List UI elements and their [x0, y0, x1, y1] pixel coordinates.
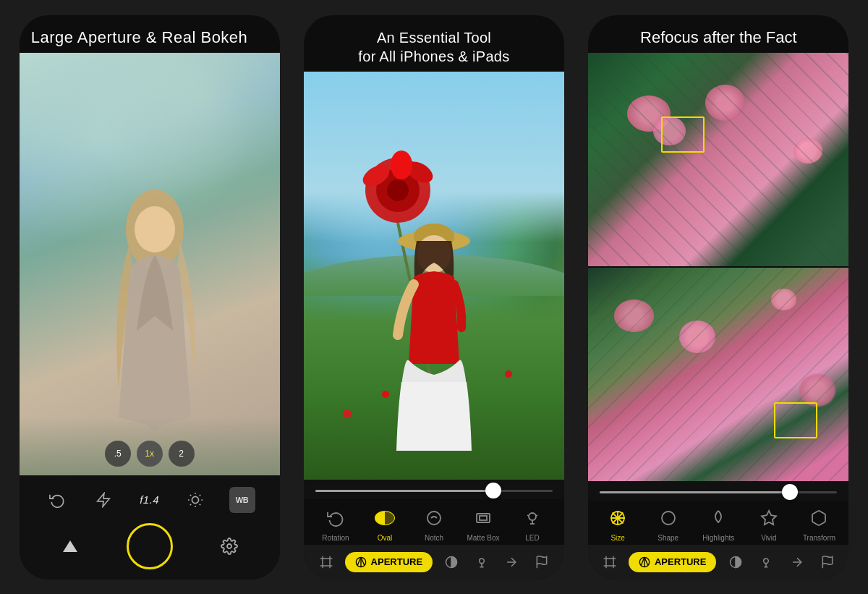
- screen3-slider-area: [588, 481, 848, 501]
- settings-btn[interactable]: [213, 530, 245, 562]
- screen2-photo: [304, 72, 564, 480]
- notch-icon: [421, 505, 447, 531]
- svg-line-6: [190, 494, 191, 495]
- zoom-05-btn[interactable]: .5: [105, 441, 131, 467]
- shape-icon: [655, 505, 681, 531]
- matte-box-icon: [470, 505, 496, 531]
- crop-icon-3[interactable]: [598, 551, 621, 574]
- arrow-icon-3[interactable]: [786, 551, 809, 574]
- crop-icon[interactable]: [315, 551, 338, 574]
- tool-notch[interactable]: Notch: [416, 505, 452, 542]
- rotate-icon[interactable]: [44, 487, 70, 513]
- svg-rect-25: [480, 516, 487, 520]
- screen2-slider-thumb[interactable]: [485, 483, 501, 498]
- flag-icon-3[interactable]: [816, 551, 839, 574]
- aperture-button-3[interactable]: APERTURE: [629, 552, 717, 572]
- screen2-slider-track[interactable]: [315, 490, 553, 492]
- controls-row2: [20, 517, 280, 577]
- exposure-icon[interactable]: [182, 487, 208, 513]
- contrast-icon-3[interactable]: [724, 551, 747, 574]
- tool-transform[interactable]: Transform: [801, 505, 837, 542]
- svg-point-32: [479, 559, 484, 564]
- svg-line-10: [190, 504, 191, 504]
- photo-top: [588, 53, 848, 266]
- transform-icon: [806, 505, 832, 531]
- svg-line-7: [200, 504, 200, 504]
- svg-line-11: [200, 494, 200, 495]
- aperture-button[interactable]: APERTURE: [345, 552, 433, 572]
- zoom-2x-btn[interactable]: 2: [169, 441, 195, 467]
- size-icon: [605, 505, 631, 531]
- app-showcase: Large Aperture & Real Bokeh: [0, 0, 868, 594]
- tool-vivid[interactable]: Vivid: [751, 505, 787, 542]
- vivid-icon: [756, 505, 782, 531]
- screen3-bottom-bar: APERTURE: [588, 545, 848, 580]
- highlights-icon: [705, 505, 731, 531]
- screen-2-essential-tool: An Essential Tool for All iPhones & iPad…: [304, 15, 564, 580]
- screen3-photos: [588, 53, 848, 481]
- svg-rect-24: [477, 514, 490, 522]
- svg-point-40: [662, 512, 675, 525]
- tool-matte-box[interactable]: Matte Box: [465, 505, 501, 542]
- wb-icon[interactable]: WB: [229, 487, 255, 513]
- screen3-title: Refocus after the Fact: [588, 15, 848, 53]
- svg-point-26: [529, 513, 536, 520]
- svg-point-18: [391, 150, 412, 179]
- screen1-photo: .5 1x 2: [20, 53, 280, 475]
- focus-box-top: [661, 116, 705, 153]
- screen1-controls: f1.4: [20, 475, 280, 580]
- screen2-title: An Essential Tool for All iPhones & iPad…: [304, 15, 564, 72]
- aperture-value-icon[interactable]: f1.4: [137, 487, 162, 513]
- zoom-1x-btn[interactable]: 1x: [137, 441, 163, 467]
- woman-figure-2: [362, 147, 506, 480]
- svg-point-3: [192, 496, 199, 503]
- flash-icon[interactable]: [90, 487, 116, 513]
- screen3-slider-thumb[interactable]: [782, 484, 798, 500]
- screen-3-refocus: Refocus after the Fact: [588, 15, 848, 580]
- rotation-icon: [323, 505, 349, 531]
- svg-point-47: [764, 559, 769, 564]
- controls-row1: f1.4: [20, 483, 280, 517]
- screen2-bottom-bar: APERTURE: [304, 545, 564, 580]
- svg-marker-41: [762, 511, 776, 525]
- tool-size[interactable]: Size: [600, 505, 636, 542]
- light-icon[interactable]: [470, 551, 493, 574]
- screen2-slider-area: [304, 480, 564, 499]
- tool-highlights[interactable]: Highlights: [700, 505, 736, 542]
- screen3-tools-row: Size Shape Highlights: [588, 501, 848, 545]
- zoom-controls: .5 1x 2: [105, 441, 195, 467]
- oval-icon: [372, 505, 398, 531]
- led-icon: [519, 505, 545, 531]
- svg-point-15: [387, 179, 409, 201]
- tool-led[interactable]: LED: [514, 505, 550, 542]
- contrast-icon[interactable]: [440, 551, 463, 574]
- photo-bottom: [588, 268, 848, 481]
- screen-1-large-aperture: Large Aperture & Real Bokeh: [20, 15, 280, 580]
- shutter-button[interactable]: [127, 523, 173, 569]
- tool-rotation[interactable]: Rotation: [318, 505, 354, 542]
- arrow-icon[interactable]: [500, 551, 523, 574]
- svg-point-1: [135, 206, 175, 253]
- screen1-title: Large Aperture & Real Bokeh: [20, 15, 280, 53]
- flag-icon[interactable]: [530, 551, 553, 574]
- svg-point-12: [227, 544, 231, 548]
- svg-marker-2: [98, 493, 110, 506]
- up-arrow-btn[interactable]: [54, 530, 86, 562]
- light-icon-3[interactable]: [754, 551, 778, 574]
- screen3-slider-track[interactable]: [600, 491, 837, 493]
- screen2-tools-row: Rotation Oval Notch: [304, 499, 564, 545]
- tool-oval[interactable]: Oval: [367, 505, 403, 542]
- focus-box-bottom: [774, 402, 817, 438]
- svg-point-23: [427, 512, 441, 525]
- tool-shape[interactable]: Shape: [650, 505, 686, 542]
